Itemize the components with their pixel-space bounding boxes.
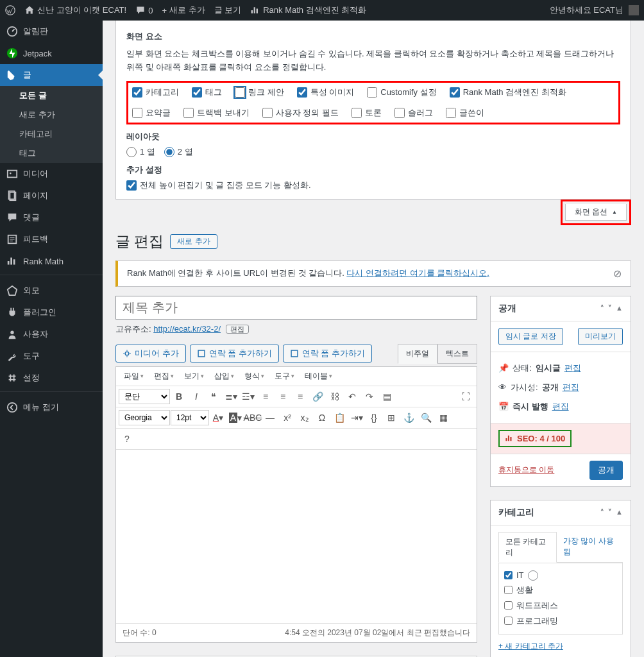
menu-file[interactable]: 파일▾ — [119, 368, 149, 384]
add-contact-form-button-2[interactable]: 연락 폼 추가하기 — [283, 345, 372, 363]
publish-button[interactable]: 공개 — [589, 461, 623, 480]
primary-cat-radio[interactable] — [528, 570, 538, 581]
menu-table[interactable]: 테이블▾ — [300, 368, 337, 384]
cb-custom-fields[interactable]: 사용자 정의 필드 — [262, 107, 339, 119]
bullet-list-icon[interactable]: ≣▾ — [223, 388, 239, 405]
menu-format[interactable]: 형식▾ — [239, 368, 269, 384]
move-to-trash-link[interactable]: 휴지통으로 이동 — [498, 465, 554, 475]
add-category-link[interactable]: + 새 카테고리 추가 — [498, 641, 623, 652]
hr-icon[interactable]: — — [262, 409, 278, 426]
rankmath-link[interactable]: Rank Math 검색엔진 최적화 — [250, 4, 366, 16]
add-media-button[interactable]: 미디어 추가 — [115, 345, 186, 363]
anchor-icon[interactable]: ⚓ — [400, 409, 417, 426]
screen-options-tab[interactable]: 화면 옵션 — [565, 204, 627, 221]
indent-icon[interactable]: ⇥▾ — [348, 409, 365, 426]
blockquote-icon[interactable]: ❝ — [205, 388, 222, 405]
bgcolor-icon[interactable]: A▾ — [227, 409, 244, 426]
align-right-icon[interactable]: ≡ — [292, 388, 309, 405]
submenu-add-new[interactable]: 새로 추가 — [0, 105, 103, 124]
cb-category[interactable]: 카테고리 — [132, 87, 179, 98]
permalink-link[interactable]: http://ecat.kr/32-2/ — [153, 324, 221, 334]
editor-body[interactable] — [116, 450, 477, 623]
cat-programming[interactable]: 프로그래밍 — [504, 613, 617, 629]
notice-dismiss-icon[interactable]: ⊘ — [613, 268, 622, 280]
menu-comments[interactable]: 댓글 — [0, 207, 103, 228]
schedule-edit-link[interactable]: 편집 — [552, 401, 569, 413]
menu-edit[interactable]: 편집▾ — [149, 368, 179, 384]
add-new-post-button[interactable]: 새로 추가 — [170, 234, 217, 249]
submenu-tags[interactable]: 태그 — [0, 144, 103, 163]
wp-logo[interactable] — [5, 5, 15, 15]
table-icon[interactable]: ⊞ — [383, 409, 400, 426]
radio-1col[interactable]: 1 열 — [126, 146, 155, 158]
submenu-all-posts[interactable]: 모든 글 — [0, 86, 103, 105]
align-left-icon[interactable]: ≡ — [257, 388, 274, 405]
menu-tools[interactable]: 도구▾ — [269, 368, 300, 384]
cb-excerpt[interactable]: 요약글 — [132, 107, 171, 119]
box-toggle-icon[interactable]: ▲ — [616, 304, 623, 312]
textcolor-icon[interactable]: A▾ — [210, 409, 226, 426]
menu-collapse[interactable]: 메뉴 접기 — [0, 397, 103, 418]
link-icon[interactable]: 🔗 — [309, 388, 326, 405]
comments-link[interactable]: 0 — [135, 5, 153, 15]
visibility-edit-link[interactable]: 편집 — [563, 382, 579, 393]
preview-button[interactable]: 미리보기 — [578, 328, 623, 345]
box-down-icon[interactable]: ˅ — [608, 304, 612, 312]
radio-2col[interactable]: 2 열 — [164, 146, 193, 158]
menu-tools[interactable]: 도구 — [0, 345, 103, 367]
italic-icon[interactable]: I — [188, 388, 205, 405]
unlink-icon[interactable]: ⛓ — [326, 388, 343, 405]
cb-fullheight-editor[interactable]: 전체 높이 편집기 및 글 집중 모드 기능 활성화. — [126, 180, 620, 191]
cat-tab-most-used[interactable]: 가장 많이 사용됨 — [557, 532, 623, 562]
menu-view[interactable]: 보기▾ — [179, 368, 209, 384]
number-list-icon[interactable]: ☲▾ — [240, 388, 257, 405]
menu-dashboard[interactable]: 알림판 — [0, 21, 103, 42]
superscript-icon[interactable]: x² — [279, 409, 296, 426]
menu-appearance[interactable]: 외모 — [0, 280, 103, 302]
menu-media[interactable]: 미디어 — [0, 163, 103, 185]
cb-author[interactable]: 글쓴이 — [446, 107, 484, 119]
cat-life[interactable]: 생활 — [504, 583, 617, 598]
code-icon[interactable]: {} — [366, 409, 382, 426]
cb-rankmath[interactable]: Rank Math 검색엔진 최적화 — [450, 87, 566, 98]
fullscreen-icon[interactable]: ⛶ — [457, 388, 474, 405]
seo-score-badge[interactable]: SEO: 4 / 100 — [498, 430, 572, 447]
cb-customify[interactable]: Customify 설정 — [367, 87, 436, 98]
box-toggle-icon[interactable]: ▲ — [616, 508, 623, 516]
charmap-icon[interactable]: Ω — [314, 409, 330, 426]
editor-tab-visual[interactable]: 비주얼 — [398, 344, 437, 364]
editor-tab-text[interactable]: 텍스트 — [437, 344, 477, 364]
fontsize-select[interactable]: 12pt — [171, 410, 209, 425]
more-icon[interactable]: ▤ — [378, 388, 395, 405]
cat-it[interactable]: IT — [504, 568, 617, 583]
cb-discussion[interactable]: 토론 — [352, 107, 382, 119]
align-center-icon[interactable]: ≡ — [275, 388, 291, 405]
menu-users[interactable]: 사용자 — [0, 323, 103, 345]
font-select[interactable]: Georgia — [119, 410, 170, 425]
subscript-icon[interactable]: x₂ — [296, 409, 313, 426]
save-draft-button[interactable]: 임시 글로 저장 — [498, 328, 563, 345]
cb-tag[interactable]: 태그 — [192, 87, 222, 98]
menu-rankmath[interactable]: Rank Math — [0, 250, 103, 272]
cat-wordpress[interactable]: 워드프레스 — [504, 598, 617, 613]
box-up-icon[interactable]: ˄ — [600, 508, 604, 516]
paste-icon[interactable]: 📋 — [331, 409, 348, 426]
box-up-icon[interactable]: ˄ — [600, 304, 604, 312]
toolbar-toggle-icon[interactable]: ▦ — [435, 409, 452, 426]
site-name-link[interactable]: 신난 고양이 이캣 ECAT! — [24, 4, 126, 16]
find-icon[interactable]: 🔍 — [418, 409, 434, 426]
permalink-edit-button[interactable]: 편집 — [226, 325, 249, 334]
menu-plugins[interactable]: 플러그인 — [0, 302, 103, 323]
box-down-icon[interactable]: ˅ — [608, 508, 612, 516]
undo-icon[interactable]: ↶ — [344, 388, 360, 405]
menu-settings[interactable]: 설정 — [0, 367, 103, 389]
cb-link-suggest[interactable]: 링크 제안 — [235, 87, 284, 98]
my-account[interactable]: 안녕하세요 ECAT님 — [550, 4, 639, 16]
menu-feedback[interactable]: 피드백 — [0, 228, 103, 250]
post-title-input[interactable] — [115, 296, 477, 320]
rankmath-reconnect-link[interactable]: 다시 연결하려면 여기를 클릭하십시오. — [346, 268, 489, 278]
menu-jetpack[interactable]: Jetpack — [0, 42, 103, 64]
help-icon[interactable]: ? — [119, 431, 135, 447]
menu-insert[interactable]: 삽입▾ — [209, 368, 239, 384]
menu-pages[interactable]: 페이지 — [0, 185, 103, 207]
